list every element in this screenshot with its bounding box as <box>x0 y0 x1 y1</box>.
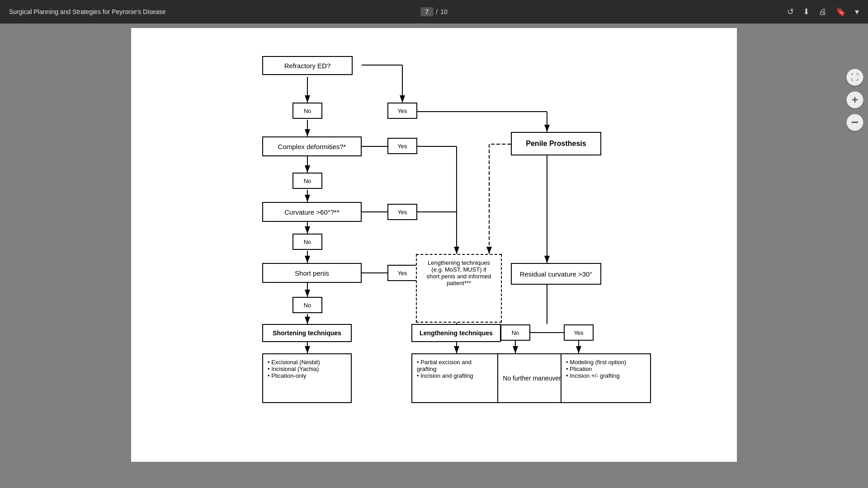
document-page: Refractory ED? No Yes Complex deformitie… <box>131 28 737 462</box>
bookmark-icon[interactable]: 🔖 <box>836 7 846 17</box>
zoom-in-button[interactable]: + <box>846 91 863 108</box>
no5-label: No <box>500 324 530 341</box>
document-title: Surgical Planning and Strategies for Pey… <box>9 8 166 15</box>
print-icon[interactable]: 🖨 <box>819 7 827 17</box>
chevron-down-icon[interactable]: ▾ <box>855 7 859 17</box>
expand-icon[interactable]: ⛶ <box>846 69 863 86</box>
penile-prosthesis-box: Penile Prosthesis <box>511 132 601 155</box>
page-navigation: / 10 <box>420 7 447 16</box>
no1-label: No <box>292 103 322 119</box>
content-area: Refractory ED? No Yes Complex deformitie… <box>0 23 868 488</box>
complex-deformities-box: Complex deformities?* <box>262 136 362 156</box>
yes3-label: Yes <box>387 204 417 220</box>
yes5-label: Yes <box>564 324 594 341</box>
excisional-list-box: • Excisional (Nesbit) • Incisional (Yach… <box>262 353 352 403</box>
flowchart: Refractory ED? No Yes Complex deformitie… <box>185 37 683 444</box>
page-separator: / <box>436 8 438 15</box>
residual-curvature-box: Residual curvature >30° <box>511 263 601 285</box>
yes4-label: Yes <box>387 265 417 281</box>
curvature-box: Curvature >60°?** <box>262 202 362 222</box>
download-icon[interactable]: ⬇ <box>803 7 810 17</box>
short-penis-box: Short penis <box>262 263 362 283</box>
no2-label: No <box>292 173 322 189</box>
refresh-icon[interactable]: ↺ <box>787 7 794 17</box>
refractory-ed-box: Refractory ED? <box>262 56 353 75</box>
shortening-techniques-box: Shortening techniques <box>262 324 352 342</box>
page-number-input[interactable] <box>420 7 433 16</box>
modeling-list-box: • Modeling (first option) • Plication • … <box>561 353 651 403</box>
zoom-controls: ⛶ + − <box>846 69 863 131</box>
page-total: 10 <box>440 8 448 15</box>
zoom-out-button[interactable]: − <box>846 114 863 131</box>
partial-excision-list-box: • Partial excision and grafting • Incisi… <box>411 353 501 403</box>
no4-label: No <box>292 297 322 313</box>
yes2-label: Yes <box>387 138 417 154</box>
no-further-maneuvers-box: No further maneuvers <box>497 353 570 403</box>
topbar-actions: ↺ ⬇ 🖨 🔖 ▾ <box>787 7 859 17</box>
topbar: Surgical Planning and Strategies for Pey… <box>0 0 868 23</box>
lengthening-info-box: Lengthening techniques (e.g. MoST, MUST)… <box>416 254 502 323</box>
yes1-label: Yes <box>387 103 417 119</box>
no3-label: No <box>292 234 322 250</box>
lengthening-techniques-box: Lengthening techniques <box>411 324 501 342</box>
